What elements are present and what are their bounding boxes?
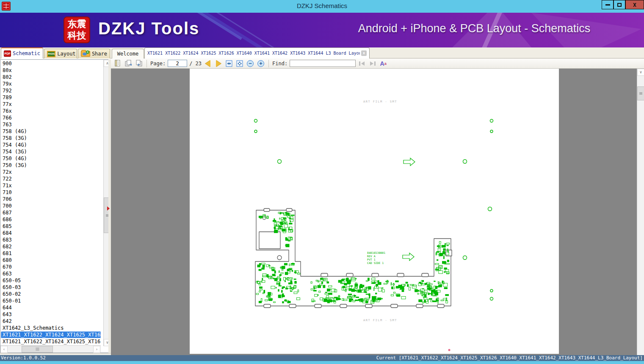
list-item[interactable]: 684 xyxy=(1,230,101,236)
fit-width-button[interactable] xyxy=(225,59,233,68)
splitter-arrow-icon[interactable] xyxy=(107,206,110,211)
list-item[interactable]: 686 xyxy=(1,216,101,223)
fit-width-icon xyxy=(226,60,232,67)
list-item[interactable]: 76x xyxy=(1,108,101,114)
list-item[interactable]: XT1621_XT1622_XT1624_XT1625_XT1626_XT164… xyxy=(1,331,101,338)
pdf-viewport[interactable]: ART FILM - SMT ART FILM - SMT xyxy=(111,69,644,355)
next-page-button[interactable] xyxy=(214,59,223,68)
dzkj-logo: 东震 科技 xyxy=(64,17,90,43)
list-item[interactable]: 650-05 xyxy=(1,277,101,284)
match-case-button[interactable]: Aa xyxy=(379,59,387,68)
tab-board-layout-document[interactable]: XT1621_XT1622_XT1624_XT1625_XT1626_XT164… xyxy=(144,47,370,58)
list-item[interactable]: 758 (4G) xyxy=(1,128,101,135)
minimize-button[interactable] xyxy=(602,0,614,9)
tab-share[interactable]: + Share xyxy=(78,49,110,58)
list-item[interactable]: 683 xyxy=(1,236,101,243)
list-item[interactable]: 763 xyxy=(1,121,101,128)
brand-tagline: Android + iPhone & PCB Layout - Schemati… xyxy=(334,22,614,35)
page-back-icon xyxy=(135,60,143,67)
list-item[interactable]: 750 (3G) xyxy=(1,162,101,169)
tab-welcome[interactable]: Welcome xyxy=(112,49,144,58)
find-previous-button[interactable] xyxy=(358,59,366,68)
list-item[interactable]: 802 xyxy=(1,74,101,81)
list-item[interactable]: 900 xyxy=(1,60,101,67)
list-item[interactable]: 681 xyxy=(1,250,101,257)
list-item[interactable]: 680 xyxy=(1,257,101,264)
sidebar-hscrollbar-thumb[interactable] xyxy=(22,346,53,353)
zoom-in-button[interactable]: + xyxy=(257,59,265,68)
list-item[interactable]: 722 xyxy=(1,175,101,182)
page-number-input[interactable] xyxy=(168,60,187,67)
previous-page-button[interactable] xyxy=(204,59,212,68)
list-item[interactable]: 77x xyxy=(1,101,101,108)
single-page-icon xyxy=(114,60,121,67)
page-label: Page: xyxy=(150,61,166,67)
list-item[interactable]: 650-02 xyxy=(1,291,101,297)
list-item[interactable]: 750 (4G) xyxy=(1,155,101,162)
maximize-button[interactable] xyxy=(614,0,625,9)
document-vertical-scrollbar[interactable]: ∧ ∨ xyxy=(637,69,644,355)
list-item[interactable]: XT1642_L3_Schematics xyxy=(1,325,101,331)
find-label: Find: xyxy=(272,61,287,67)
list-item[interactable]: 766 xyxy=(1,114,101,121)
list-item[interactable]: 650-03 xyxy=(1,284,101,291)
sidebar-horizontal-scrollbar[interactable]: ‹ › xyxy=(0,345,101,353)
pads-icon: PADS xyxy=(47,51,55,57)
list-item[interactable]: 71x xyxy=(1,182,101,189)
list-item[interactable]: 643 xyxy=(1,311,101,318)
list-item[interactable]: XT1621_XT1622_XT1624_XT1625_XT1626_XT164… xyxy=(1,338,101,345)
list-item[interactable]: 687 xyxy=(1,209,101,216)
share-folder-icon: + xyxy=(81,51,90,57)
svg-text:CAD SIDE 1: CAD SIDE 1 xyxy=(367,261,384,265)
list-item[interactable]: 789 xyxy=(1,94,101,101)
list-item[interactable]: 642 xyxy=(1,318,101,325)
find-input[interactable] xyxy=(290,60,356,67)
tab-schematic[interactable]: PDF Schematic xyxy=(1,47,43,58)
fit-page-icon xyxy=(236,60,243,67)
list-item[interactable]: 706 xyxy=(1,196,101,203)
list-item[interactable]: 682 xyxy=(1,243,101,250)
list-item[interactable]: 670 xyxy=(1,264,101,270)
list-item[interactable]: 792 xyxy=(1,87,101,94)
fit-page-button[interactable] xyxy=(235,59,244,68)
list-item[interactable]: 650-01 xyxy=(1,297,101,304)
svg-text:PVT 1: PVT 1 xyxy=(367,258,376,261)
list-item[interactable]: 79x xyxy=(1,81,101,87)
list-item[interactable]: 663 xyxy=(1,270,101,277)
list-item[interactable]: 758 (3G) xyxy=(1,135,101,142)
list-item[interactable]: 644 xyxy=(1,304,101,311)
document-scrollbar-thumb[interactable] xyxy=(637,86,644,100)
window-title: DZKJ Schematics xyxy=(0,2,644,9)
board-info-text: 84016530001 REV A PVT 1 CAD SIDE 1 xyxy=(367,251,385,265)
find-next-button[interactable] xyxy=(368,59,377,68)
tab-layout[interactable]: PADS Layout xyxy=(44,49,77,58)
page-total: / 23 xyxy=(189,61,202,67)
application-window: DZKJ Schematics X 东震 科技 DZKJ Tools Andro… xyxy=(0,0,644,364)
list-item[interactable]: 80x xyxy=(1,67,101,74)
page-forward-button[interactable] xyxy=(124,59,133,68)
art-film-label-top: ART FILM - SMT xyxy=(363,100,397,103)
brand-banner: 东震 科技 DZKJ Tools Android + iPhone & PCB … xyxy=(0,13,644,47)
list-item[interactable]: 710 xyxy=(1,189,101,196)
zoom-out-button[interactable]: − xyxy=(246,59,254,68)
direction-arrow-icon xyxy=(403,158,415,261)
tab-strip: PDF Schematic PADS Layout + Share Welcom… xyxy=(0,47,644,58)
list-item[interactable]: 754 (3G) xyxy=(1,148,101,155)
minimize-icon xyxy=(605,4,610,6)
list-item[interactable]: 700 xyxy=(1,203,101,209)
close-button[interactable]: X xyxy=(625,0,644,9)
single-page-view-button[interactable] xyxy=(113,59,122,68)
bottom-accent-strip xyxy=(0,361,644,364)
find-previous-icon xyxy=(359,61,365,67)
tab-close-icon[interactable]: x xyxy=(361,50,367,56)
page-back-button[interactable] xyxy=(135,59,143,68)
find-next-icon xyxy=(369,61,376,67)
doc-scroll-down-icon[interactable]: ∨ xyxy=(637,69,644,76)
list-item[interactable]: 72x xyxy=(1,169,101,175)
svg-text:84016530001: 84016530001 xyxy=(367,251,385,255)
list-item[interactable]: 685 xyxy=(1,223,101,230)
maximize-icon xyxy=(617,3,622,7)
scroll-right-icon[interactable]: › xyxy=(93,346,100,353)
list-item[interactable]: 754 (4G) xyxy=(1,142,101,148)
scroll-left-icon[interactable]: ‹ xyxy=(0,346,8,353)
